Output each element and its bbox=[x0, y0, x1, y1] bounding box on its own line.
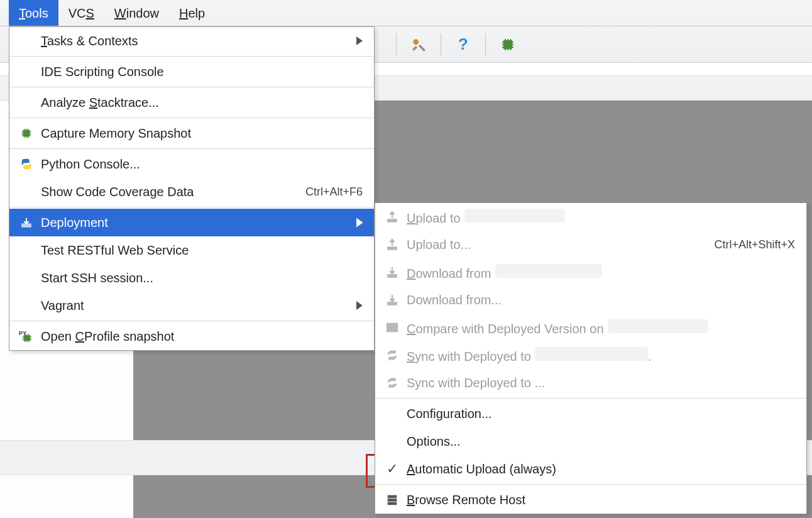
svg-rect-2 bbox=[503, 40, 512, 49]
menubar-tools[interactable]: Tools bbox=[9, 0, 58, 26]
menu-shortcut: Ctrl+Alt+F6 bbox=[305, 185, 363, 199]
menu-show-coverage[interactable]: Show Code Coverage Data Ctrl+Alt+F6 bbox=[9, 178, 374, 206]
menu-python-console[interactable]: Python Console... bbox=[9, 150, 374, 178]
menu-label: Capture Memory Snapshot bbox=[41, 126, 363, 141]
deployment-submenu: Upload to Upload to... Ctrl+Alt+Shift+X … bbox=[375, 202, 807, 514]
deployment-icon bbox=[16, 216, 37, 229]
svg-rect-16 bbox=[388, 495, 397, 499]
menu-automatic-upload[interactable]: ✓ Automatic Upload (always) bbox=[375, 455, 806, 483]
menu-label: Test RESTful Web Service bbox=[41, 243, 363, 258]
svg-text:?: ? bbox=[458, 36, 468, 53]
menu-label: Deployment bbox=[41, 216, 348, 230]
menu-label: Options... bbox=[407, 434, 795, 449]
menu-label: Start SSH session... bbox=[41, 271, 363, 285]
menu-tasks-contexts[interactable]: Tasks & Contexts bbox=[9, 27, 374, 55]
svg-marker-6 bbox=[356, 218, 363, 227]
svg-rect-15 bbox=[393, 324, 397, 332]
menu-label: Python Console... bbox=[41, 157, 363, 172]
tools-menu: Tasks & Contexts IDE Scripting Console A… bbox=[9, 26, 375, 351]
menu-open-cprofile[interactable]: PY Open CProfile snapshot bbox=[9, 322, 374, 350]
check-icon: ✓ bbox=[381, 461, 403, 477]
menu-analyze-stacktrace[interactable]: Analyze Stacktrace... bbox=[9, 89, 374, 116]
menu-options[interactable]: Options... bbox=[375, 427, 806, 455]
menu-separator bbox=[9, 148, 374, 149]
toolbar-separator bbox=[485, 33, 486, 56]
chip-icon[interactable] bbox=[497, 34, 518, 55]
menu-ide-scripting[interactable]: IDE Scripting Console bbox=[9, 58, 374, 85]
svg-point-0 bbox=[413, 39, 419, 45]
menu-label: Configuration... bbox=[407, 407, 795, 421]
menubar-vcs[interactable]: VCS bbox=[58, 0, 104, 26]
menu-label: Sync with Deployed to ... bbox=[407, 376, 795, 390]
sync-icon bbox=[381, 348, 403, 362]
menu-capture-memory[interactable]: Capture Memory Snapshot bbox=[9, 119, 374, 147]
redacted-server-name bbox=[535, 347, 648, 361]
menu-test-restful[interactable]: Test RESTful Web Service bbox=[9, 236, 374, 264]
help-icon[interactable]: ? bbox=[453, 34, 474, 55]
toolbar-separator bbox=[396, 33, 397, 56]
menu-start-ssh[interactable]: Start SSH session... bbox=[9, 264, 374, 292]
menu-sync-deployed-default[interactable]: Sync with Deployed to. bbox=[375, 341, 806, 369]
menu-label: Show Code Coverage Data bbox=[41, 185, 305, 199]
menu-separator bbox=[9, 207, 374, 207]
svg-rect-11 bbox=[388, 247, 397, 250]
menu-separator bbox=[375, 398, 806, 399]
compare-icon bbox=[381, 321, 403, 334]
menu-configuration[interactable]: Configuration... bbox=[375, 400, 806, 427]
menu-separator bbox=[9, 321, 374, 321]
menu-browse-remote-host[interactable]: Browse Remote Host bbox=[375, 486, 806, 514]
submenu-arrow-icon bbox=[356, 36, 363, 45]
menu-label: Download from... bbox=[407, 293, 795, 307]
menu-sync-deployed[interactable]: Sync with Deployed to ... bbox=[375, 369, 806, 397]
upload-icon bbox=[381, 238, 403, 251]
upload-icon bbox=[381, 210, 403, 224]
menu-label: Upload to... bbox=[407, 238, 714, 252]
svg-rect-14 bbox=[387, 324, 392, 332]
toolbar-separator bbox=[441, 33, 441, 56]
redacted-server-name bbox=[495, 264, 602, 278]
svg-rect-9 bbox=[23, 335, 30, 341]
menu-separator bbox=[375, 484, 806, 485]
menu-compare-deployed[interactable]: Compare with Deployed Version on bbox=[375, 314, 806, 341]
submenu-arrow-icon bbox=[356, 218, 363, 227]
py-chip-icon: PY bbox=[16, 329, 37, 343]
menu-vagrant[interactable]: Vagrant bbox=[9, 292, 374, 319]
menu-separator bbox=[9, 56, 374, 57]
menubar-window[interactable]: Window bbox=[104, 0, 169, 26]
menu-separator bbox=[9, 118, 374, 118]
server-icon bbox=[381, 493, 403, 507]
svg-marker-3 bbox=[356, 36, 363, 45]
download-icon bbox=[381, 265, 403, 279]
menu-label: IDE Scripting Console bbox=[41, 65, 363, 79]
menubar: Tools VCS Window Help bbox=[0, 0, 812, 26]
menu-download-from[interactable]: Download from... bbox=[375, 286, 806, 314]
menu-deployment[interactable]: Deployment bbox=[9, 209, 374, 236]
submenu-arrow-icon bbox=[356, 301, 363, 310]
download-icon bbox=[381, 293, 403, 307]
sync-icon bbox=[381, 376, 403, 390]
python-icon bbox=[16, 157, 37, 171]
svg-rect-4 bbox=[23, 130, 30, 137]
settings-icon[interactable] bbox=[408, 34, 429, 55]
redacted-server-name bbox=[464, 209, 565, 223]
svg-rect-17 bbox=[388, 499, 397, 502]
menu-shortcut: Ctrl+Alt+Shift+X bbox=[714, 238, 795, 251]
menubar-tools-label: ools bbox=[25, 6, 48, 20]
menubar-help[interactable]: Help bbox=[169, 0, 215, 26]
menu-label: Vagrant bbox=[41, 299, 348, 313]
menu-upload-to[interactable]: Upload to... Ctrl+Alt+Shift+X bbox=[375, 231, 806, 258]
menu-download-from-default[interactable]: Download from bbox=[375, 258, 806, 286]
svg-marker-7 bbox=[356, 301, 363, 310]
svg-rect-18 bbox=[388, 502, 397, 505]
menu-upload-to-default[interactable]: Upload to bbox=[375, 203, 806, 231]
menu-separator bbox=[9, 87, 374, 87]
svg-rect-10 bbox=[388, 219, 397, 223]
redacted-server-name bbox=[608, 319, 708, 333]
chip-icon bbox=[16, 126, 37, 140]
